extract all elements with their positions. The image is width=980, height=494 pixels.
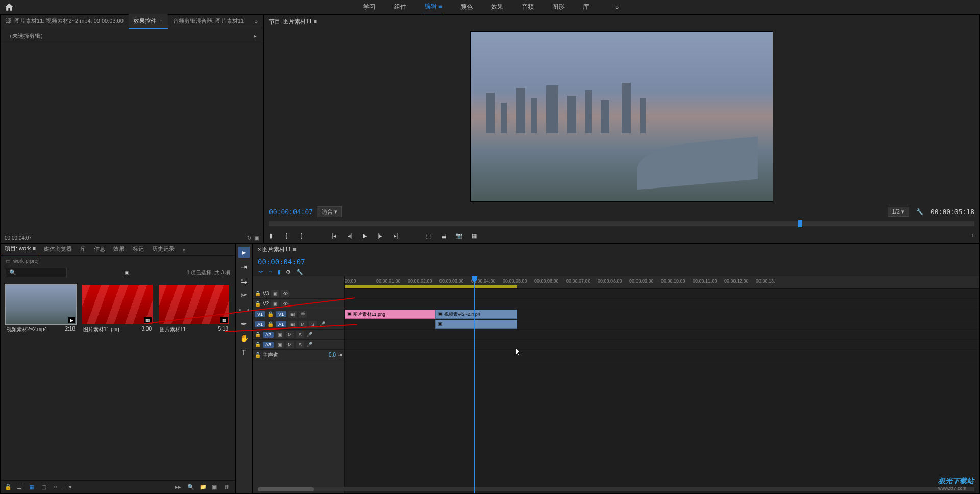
bin-item-image1[interactable]: ▦ 图片素材11.png3:00 — [82, 285, 153, 335]
ws-editing[interactable]: 编辑 ≡ — [423, 0, 444, 15]
source-panel: 源: 图片素材11: 视频素材2~2.mp4: 00:00:03:00 效果控件… — [0, 14, 263, 243]
project-file: work.prproj — [13, 258, 38, 264]
source-timecode[interactable]: 00:00:04:07 — [5, 235, 32, 241]
ws-audio[interactable]: 音频 — [520, 0, 536, 14]
timeline-zoom-slider[interactable] — [258, 487, 974, 491]
history-tab[interactable]: 历史记录 — [148, 244, 179, 255]
info-tab[interactable]: 信息 — [90, 244, 109, 255]
program-viewer[interactable] — [470, 31, 773, 202]
ws-effects[interactable]: 效果 — [489, 0, 505, 14]
fit-dropdown[interactable]: 适合 ▾ — [317, 206, 342, 217]
sort-icon[interactable]: ≡▾ — [66, 484, 73, 491]
loop-icon[interactable]: ↻ — [247, 235, 251, 241]
lock-icon[interactable]: 🔓 — [5, 484, 12, 491]
program-scrubber[interactable] — [269, 221, 974, 226]
lift-icon[interactable]: ⬚ — [424, 231, 432, 240]
zoom-dropdown[interactable]: 1/2 ▾ — [888, 207, 909, 217]
timeline-timecode[interactable]: 00:00:04:07 — [258, 257, 305, 266]
clip-video[interactable]: ▣ 视频素材2~2.mp4 — [435, 310, 517, 319]
step-back-icon[interactable]: ◂| — [346, 231, 354, 240]
delete-icon[interactable]: 🗑 — [224, 484, 231, 491]
add-marker-icon[interactable]: ▮ — [278, 269, 281, 275]
media-browser-tab[interactable]: 媒体浏览器 — [40, 244, 76, 255]
bin-icon[interactable]: ▣ — [124, 269, 129, 276]
clip-audio[interactable]: ▣ — [435, 320, 517, 329]
home-icon[interactable] — [4, 2, 14, 12]
effect-controls-tab[interactable]: 效果控件 ≡ — [129, 14, 168, 29]
timeline-ruler[interactable]: 00:00 00:00:01:00 00:00:02:00 00:00:03:0… — [345, 276, 979, 289]
track-v3[interactable]: 🔒V3▣👁 — [253, 289, 344, 299]
settings-icon[interactable]: 🔧 — [916, 208, 923, 215]
bin-item-video[interactable]: ▶ 视频素材2~2.mp42:18 — [6, 285, 76, 335]
markers-tab[interactable]: 标记 — [129, 244, 148, 255]
go-to-out-icon[interactable]: ▸| — [391, 231, 400, 240]
no-clip-selected: （未选择剪辑） ▸ — [1, 28, 263, 44]
type-tool[interactable]: T — [238, 347, 250, 358]
track-a2[interactable]: 🔒A2▣MS🎤 — [253, 330, 344, 340]
zoom-slider[interactable]: ○── — [54, 484, 61, 491]
ws-assembly[interactable]: 组件 — [392, 0, 408, 14]
export-frame-icon[interactable]: ▣ — [254, 235, 259, 241]
program-duration: 00:00:05:18 — [930, 208, 974, 216]
comparison-icon[interactable]: ▦ — [470, 231, 478, 240]
export-frame-icon[interactable]: 📷 — [455, 231, 463, 240]
go-to-in-icon[interactable]: |◂ — [330, 231, 338, 240]
playhead[interactable] — [474, 276, 475, 493]
new-item-icon[interactable]: ▣ — [212, 484, 219, 491]
list-view-icon[interactable]: ☰ — [17, 484, 24, 491]
workspace-overflow-icon[interactable]: » — [616, 4, 619, 10]
transport-controls: ▮ { } |◂ ◂| ▶ |▸ ▸| ⬚ ⬓ 📷 ▦ + — [264, 228, 979, 243]
track-a3[interactable]: 🔒A3▣MS🎤 — [253, 340, 344, 350]
program-timecode[interactable]: 00:00:04:07 — [269, 208, 313, 216]
track-select-tool[interactable]: ⇥ — [238, 261, 250, 272]
source-tab[interactable]: 源: 图片素材11: 视频素材2~2.mp4: 00:00:03:00 — [1, 14, 129, 28]
ws-learn[interactable]: 学习 — [361, 0, 378, 14]
mark-out-bracket-icon[interactable]: } — [298, 231, 306, 240]
slip-tool[interactable]: ⟷ — [238, 304, 250, 315]
pen-tool[interactable]: ✒ — [238, 318, 250, 330]
track-master[interactable]: 🔒主声道0.0⇥ — [253, 350, 344, 360]
watermark: 极光下载站 www.xz7.com — [938, 477, 974, 491]
ws-graphics[interactable]: 图形 — [550, 0, 567, 14]
sequence-badge-icon: ▦ — [220, 317, 228, 323]
selection-tool[interactable]: ▸ — [238, 247, 250, 258]
ws-color[interactable]: 颜色 — [458, 0, 475, 14]
timeline-settings-icon[interactable]: ⚙ — [286, 269, 291, 275]
freeform-view-icon[interactable]: ▢ — [41, 484, 48, 491]
play-icon[interactable]: ▶ — [361, 231, 369, 240]
workspace-tabs: 学习 组件 编辑 ≡ 颜色 效果 音频 图形 库 » — [361, 0, 619, 14]
clip-image[interactable]: ▣ 图片素材11.png — [345, 310, 435, 319]
find-icon[interactable]: 🔍 — [187, 484, 194, 491]
a1-row[interactable]: ▣ — [345, 319, 979, 330]
step-forward-icon[interactable]: |▸ — [376, 231, 384, 240]
add-button-icon[interactable]: + — [968, 231, 976, 240]
audio-mixer-tab[interactable]: 音频剪辑混合器: 图片素材11 — [168, 14, 249, 28]
automate-icon[interactable]: ▸▸ — [175, 484, 182, 491]
panel-overflow-icon[interactable]: » — [250, 15, 263, 28]
razor-tool[interactable]: ✂ — [238, 290, 250, 301]
wrench-icon[interactable]: 🔧 — [296, 269, 303, 275]
new-bin-icon[interactable]: 📁 — [200, 484, 207, 491]
panel-overflow-icon[interactable]: » — [179, 244, 190, 255]
hand-tool[interactable]: ✋ — [238, 333, 250, 344]
v1-row[interactable]: ▣ 图片素材11.png ▣ 视频素材2~2.mp4 — [345, 309, 979, 319]
effects-tab[interactable]: 效果 — [109, 244, 129, 255]
expand-icon[interactable]: ▸ — [254, 33, 257, 39]
snap-icon[interactable]: ⫘ — [258, 269, 263, 275]
mark-in-icon[interactable]: ▮ — [267, 231, 275, 240]
sequence-title[interactable]: 图片素材11 — [262, 246, 291, 252]
linked-selection-icon[interactable]: ∩ — [268, 269, 273, 275]
project-tab[interactable]: 项目: work ≡ — [1, 244, 40, 255]
ws-libraries[interactable]: 库 — [581, 0, 591, 14]
extract-icon[interactable]: ⬓ — [439, 231, 448, 240]
bin-item-sequence[interactable]: ▦ 图片素材115:18 — [159, 285, 229, 335]
libraries-tab[interactable]: 库 — [76, 244, 90, 255]
track-v1[interactable]: V1🔒V1▣👁 — [253, 309, 344, 319]
cursor-icon — [516, 348, 522, 357]
timeline-track-area[interactable]: 00:00 00:00:01:00 00:00:02:00 00:00:03:0… — [345, 276, 979, 493]
icon-view-icon[interactable]: ▦ — [29, 484, 36, 491]
search-input[interactable]: 🔍 — [6, 268, 67, 277]
mark-in-bracket-icon[interactable]: { — [282, 231, 290, 240]
search-icon: 🔍 — [9, 269, 16, 276]
ripple-edit-tool[interactable]: ⇆ — [238, 275, 250, 287]
